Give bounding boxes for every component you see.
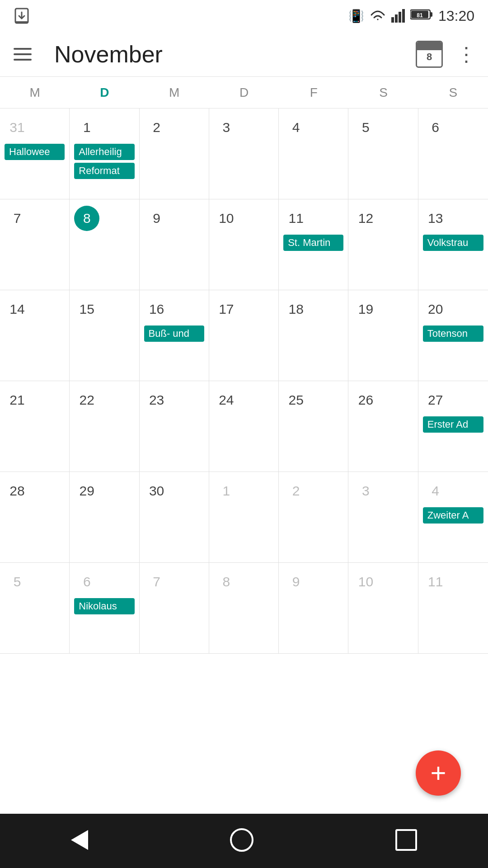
event-badge[interactable]: Nikolaus: [74, 598, 134, 614]
day-cell[interactable]: 7: [140, 563, 209, 653]
day-cell[interactable]: 1: [209, 472, 279, 562]
day-header-D: D: [209, 77, 279, 108]
svg-rect-3: [395, 14, 398, 23]
day-number: 10: [353, 569, 378, 594]
day-cell[interactable]: 17: [209, 290, 279, 381]
day-number: 23: [144, 387, 169, 413]
day-cell[interactable]: 5: [0, 563, 70, 653]
recents-button[interactable]: [395, 829, 417, 853]
day-cell[interactable]: 1AllerheiligReformat: [70, 108, 139, 199]
day-cell[interactable]: 11: [418, 563, 488, 653]
status-bar-right: 📳 81 13:20: [348, 8, 474, 24]
day-number: 20: [423, 297, 448, 322]
home-button[interactable]: [230, 828, 253, 854]
day-number: 1: [74, 115, 99, 140]
event-badge[interactable]: Buß- und: [144, 326, 204, 342]
wifi-icon: [370, 9, 386, 22]
download-icon: [14, 8, 30, 24]
day-number: 14: [5, 297, 30, 322]
event-badge[interactable]: Zweiter A: [423, 507, 483, 524]
add-event-button[interactable]: +: [416, 750, 461, 796]
day-cell[interactable]: 16Buß- und: [140, 290, 209, 381]
day-number: 15: [74, 297, 99, 322]
day-cell[interactable]: 2: [140, 108, 209, 199]
day-cell[interactable]: 11St. Martin: [279, 199, 348, 290]
day-cell[interactable]: 4: [279, 108, 348, 199]
day-number: 9: [144, 206, 169, 231]
day-cell[interactable]: 28: [0, 472, 70, 562]
day-number: 28: [5, 478, 30, 504]
svg-rect-4: [399, 12, 401, 23]
day-number: 13: [423, 206, 448, 231]
back-button[interactable]: [71, 830, 88, 852]
battery-level: 81: [410, 8, 433, 24]
day-header-F: F: [279, 77, 348, 108]
day-cell[interactable]: 31Hallowee: [0, 108, 70, 199]
week-row-5: 56Nikolaus7891011: [0, 563, 488, 654]
day-cell[interactable]: 14: [0, 290, 70, 381]
event-badge[interactable]: Volkstrau: [423, 235, 483, 251]
day-cell[interactable]: 23: [140, 381, 209, 472]
event-badge[interactable]: Allerheilig: [74, 144, 134, 160]
menu-button[interactable]: [14, 48, 32, 61]
day-number: 25: [283, 387, 309, 413]
day-headers-row: MDMDFSS: [0, 77, 488, 108]
day-number: 4: [283, 115, 309, 140]
day-number: 8: [214, 569, 239, 594]
day-cell[interactable]: 22: [70, 381, 139, 472]
calendar-today-button[interactable]: 8: [416, 41, 443, 68]
day-cell[interactable]: 3: [348, 472, 418, 562]
day-cell[interactable]: 25: [279, 381, 348, 472]
day-number: 3: [353, 478, 378, 504]
event-badge[interactable]: Hallowee: [5, 144, 65, 160]
recents-icon: [395, 829, 417, 853]
day-cell[interactable]: 7: [0, 199, 70, 290]
week-row-4: 2829301234Zweiter A: [0, 472, 488, 563]
svg-text:81: 81: [417, 12, 423, 19]
svg-rect-5: [402, 9, 405, 23]
day-number: 11: [423, 569, 448, 594]
day-cell[interactable]: 12: [348, 199, 418, 290]
day-cell[interactable]: 3: [209, 108, 279, 199]
event-badge[interactable]: Reformat: [74, 163, 134, 179]
event-badge[interactable]: St. Martin: [283, 235, 343, 251]
day-cell[interactable]: 21: [0, 381, 70, 472]
day-cell[interactable]: 29: [70, 472, 139, 562]
day-cell[interactable]: 13Volkstrau: [418, 199, 488, 290]
day-cell[interactable]: 10: [209, 199, 279, 290]
day-cell[interactable]: 9: [279, 563, 348, 653]
day-number: 9: [283, 569, 309, 594]
day-cell[interactable]: 6Nikolaus: [70, 563, 139, 653]
svg-rect-7: [430, 12, 432, 17]
day-number: 6: [74, 569, 99, 594]
more-options-button[interactable]: ⋮: [456, 44, 474, 64]
event-badge[interactable]: Totenson: [423, 326, 483, 342]
back-icon: [71, 830, 88, 852]
day-cell[interactable]: 8: [209, 563, 279, 653]
day-cell[interactable]: 2: [279, 472, 348, 562]
day-cell[interactable]: 9: [140, 199, 209, 290]
day-cell[interactable]: 5: [348, 108, 418, 199]
add-icon: +: [430, 760, 446, 787]
day-cell[interactable]: 19: [348, 290, 418, 381]
calendar-weeks: 31Hallowee1AllerheiligReformat2345678910…: [0, 108, 488, 654]
day-cell[interactable]: 27Erster Ad: [418, 381, 488, 472]
day-number: 12: [353, 206, 378, 231]
day-number: 17: [214, 297, 239, 322]
day-number: 21: [5, 387, 30, 413]
page-title: November: [54, 41, 163, 68]
day-cell[interactable]: 4Zweiter A: [418, 472, 488, 562]
day-cell[interactable]: 10: [348, 563, 418, 653]
day-number: 30: [144, 478, 169, 504]
day-cell[interactable]: 30: [140, 472, 209, 562]
day-cell[interactable]: 8: [70, 199, 139, 290]
day-cell[interactable]: 26: [348, 381, 418, 472]
day-cell[interactable]: 6: [418, 108, 488, 199]
bottom-navigation: [0, 814, 488, 868]
day-number: 5: [5, 569, 30, 594]
event-badge[interactable]: Erster Ad: [423, 416, 483, 433]
day-cell[interactable]: 15: [70, 290, 139, 381]
day-cell[interactable]: 20Totenson: [418, 290, 488, 381]
day-cell[interactable]: 18: [279, 290, 348, 381]
day-cell[interactable]: 24: [209, 381, 279, 472]
